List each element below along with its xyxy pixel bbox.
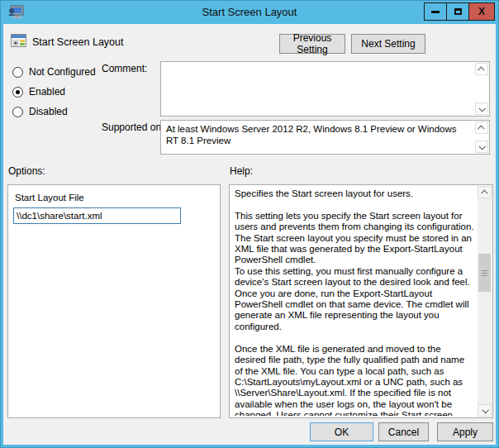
scroll-down-button[interactable] — [475, 102, 488, 115]
supported-on-text: At least Windows Server 2012 R2, Windows… — [166, 123, 471, 146]
scrollbar-thumb[interactable] — [478, 254, 491, 292]
title-bar[interactable]: Start Screen Layout X — [1, 1, 498, 24]
close-button[interactable]: X — [468, 2, 495, 21]
supported-on-box: At least Windows Server 2012 R2, Windows… — [160, 120, 490, 155]
scroll-up-button[interactable] — [478, 186, 492, 198]
scroll-up-button[interactable] — [475, 63, 488, 75]
start-layout-file-label: Start Layout File — [15, 193, 84, 203]
maximize-icon — [454, 8, 462, 15]
supported-scrollbar[interactable] — [475, 122, 488, 153]
radio-enabled[interactable]: Enabled — [12, 85, 65, 98]
comment-textarea[interactable] — [160, 61, 490, 117]
options-panel: Start Layout File — [7, 184, 221, 418]
help-text: Specifies the Start screen layout for us… — [235, 188, 474, 416]
start-screen-layout-dialog: Start Screen Layout X Start Screen Layou… — [0, 0, 499, 448]
help-label: Help: — [230, 165, 253, 177]
scroll-down-button[interactable] — [475, 141, 488, 153]
supported-on-label: Supported on: — [102, 122, 164, 133]
previous-setting-button[interactable]: Previous Setting — [279, 34, 345, 54]
comment-scrollbar[interactable] — [475, 63, 488, 115]
maximize-button[interactable] — [446, 2, 469, 21]
thumb-gripper-icon — [482, 275, 487, 276]
chevron-down-icon — [478, 105, 485, 112]
dialog-body: Start Screen Layout Previous Setting Nex… — [3, 24, 496, 445]
radio-circle-selected — [12, 87, 23, 98]
radio-label: Not Configured — [29, 66, 96, 78]
chevron-down-icon — [478, 143, 485, 150]
scroll-down-button[interactable] — [478, 404, 492, 417]
chevron-down-icon — [482, 407, 488, 413]
minimize-button[interactable] — [424, 2, 447, 21]
help-scrollbar[interactable] — [478, 186, 492, 417]
apply-button[interactable]: Apply — [437, 422, 493, 441]
chevron-up-icon — [481, 189, 487, 196]
comment-label: Comment: — [102, 63, 147, 74]
radio-circle — [12, 107, 23, 117]
radio-not-configured[interactable]: Not Configured — [12, 65, 96, 79]
setting-name: Start Screen Layout — [32, 36, 123, 48]
radio-disabled[interactable]: Disabled — [12, 105, 68, 118]
chevron-up-icon — [478, 125, 484, 131]
minimize-icon — [431, 11, 440, 13]
next-setting-button[interactable]: Next Setting — [351, 34, 425, 54]
thumb-gripper-icon — [482, 270, 487, 271]
options-label: Options: — [8, 165, 45, 177]
radio-label: Enabled — [29, 86, 65, 98]
radio-circle — [12, 67, 23, 78]
radio-label: Disabled — [29, 106, 68, 117]
ok-button[interactable]: OK — [310, 422, 373, 441]
chevron-up-icon — [478, 66, 484, 73]
help-panel: Specifies the Start screen layout for us… — [229, 184, 493, 418]
scroll-up-button[interactable] — [475, 122, 488, 134]
thumb-gripper-icon — [482, 273, 487, 274]
start-layout-file-input[interactable] — [13, 207, 181, 224]
close-icon: X — [478, 7, 485, 17]
cancel-button[interactable]: Cancel — [378, 422, 429, 441]
policy-setting-icon — [11, 34, 26, 47]
